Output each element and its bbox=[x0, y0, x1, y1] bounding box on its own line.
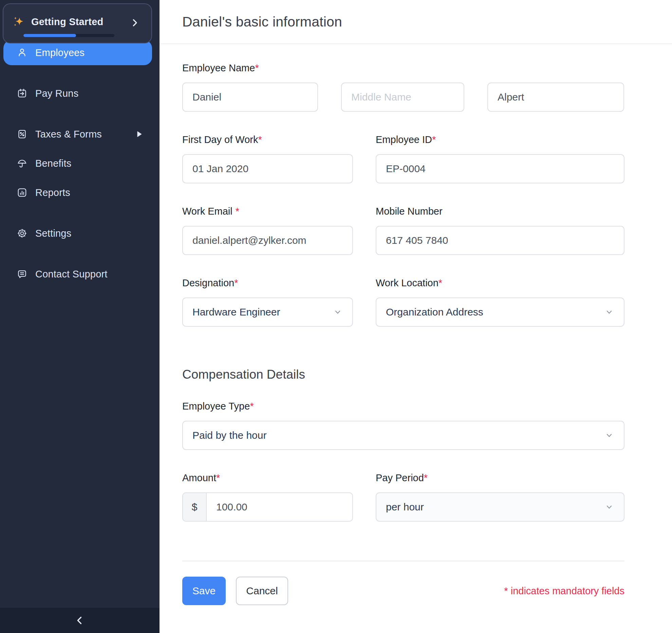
sidebar-item-label: Employees bbox=[35, 47, 85, 58]
employee-form: Employee Name* First Day of Work* Employ… bbox=[160, 44, 672, 605]
required-asterisk: * bbox=[258, 134, 262, 145]
sidebar-item-pay-runs[interactable]: Pay Runs bbox=[3, 81, 152, 106]
getting-started-progress bbox=[23, 34, 114, 37]
getting-started-label: Getting Started bbox=[31, 16, 103, 28]
form-actions: Save Cancel * indicates mandatory fields bbox=[182, 577, 624, 605]
sidebar-item-label: Reports bbox=[35, 187, 70, 198]
submenu-expand-arrow-icon bbox=[137, 131, 142, 137]
currency-symbol: $ bbox=[183, 493, 207, 521]
sidebar: Getting Started DashboardEmployeesPay Ru… bbox=[0, 0, 160, 633]
first-day-of-work-input[interactable] bbox=[182, 154, 353, 183]
employee-type-label: Employee Type* bbox=[182, 401, 624, 412]
pay-runs-calendar-icon bbox=[16, 88, 28, 99]
benefits-umbrella-icon bbox=[16, 158, 28, 169]
mobile-number-label: Mobile Number bbox=[376, 206, 624, 217]
chevron-left-icon bbox=[74, 615, 86, 626]
middle-name-input[interactable] bbox=[341, 83, 464, 112]
pay-period-label: Pay Period* bbox=[376, 472, 624, 484]
compensation-section-title: Compensation Details bbox=[182, 367, 624, 382]
main-content: Daniel's basic information Employee Name… bbox=[160, 0, 672, 633]
required-asterisk: * bbox=[250, 401, 254, 412]
contact-support-chat-icon bbox=[16, 268, 28, 280]
required-asterisk: * bbox=[424, 472, 428, 483]
sidebar-item-label: Taxes & Forms bbox=[35, 129, 102, 140]
sidebar-collapse-button[interactable] bbox=[0, 608, 160, 633]
page-header: Daniel's basic information bbox=[160, 0, 672, 44]
sidebar-item-label: Contact Support bbox=[35, 269, 108, 280]
work-location-label: Work Location* bbox=[376, 277, 624, 289]
employee-name-group: Employee Name* bbox=[182, 62, 624, 112]
chevron-down-icon bbox=[603, 501, 615, 513]
getting-started-card[interactable]: Getting Started bbox=[3, 3, 152, 43]
required-asterisk: * bbox=[432, 134, 436, 145]
sparkle-icon bbox=[12, 15, 26, 29]
employee-id-input[interactable] bbox=[376, 154, 624, 183]
pay-period-select[interactable]: per hour bbox=[376, 492, 624, 522]
first-name-input[interactable] bbox=[182, 83, 318, 112]
amount-input[interactable] bbox=[207, 493, 352, 521]
chevron-down-icon bbox=[332, 306, 343, 318]
required-asterisk: * bbox=[234, 277, 238, 288]
form-divider bbox=[182, 561, 624, 561]
required-asterisk: * bbox=[255, 62, 259, 73]
employee-name-label: Employee Name* bbox=[182, 62, 624, 74]
save-button[interactable]: Save bbox=[182, 577, 226, 605]
work-start-row: First Day of Work* Employee ID* bbox=[182, 134, 624, 183]
employees-person-icon bbox=[16, 47, 28, 58]
work-email-label: Work Email* bbox=[182, 206, 353, 217]
sidebar-item-label: Settings bbox=[35, 228, 71, 239]
sidebar-item-benefits[interactable]: Benefits bbox=[3, 151, 152, 176]
work-email-input[interactable] bbox=[182, 226, 353, 255]
chevron-down-icon bbox=[603, 306, 615, 318]
page-title: Daniel's basic information bbox=[182, 14, 342, 30]
chevron-right-icon bbox=[130, 18, 140, 29]
designation-label: Designation* bbox=[182, 277, 353, 289]
pay-row: Amount* $ Pay Period* per hour bbox=[182, 472, 624, 522]
mandatory-fields-note: * indicates mandatory fields bbox=[504, 585, 624, 597]
progress-fill bbox=[23, 34, 76, 37]
amount-label: Amount* bbox=[182, 472, 353, 484]
work-location-select[interactable]: Organization Address bbox=[376, 297, 624, 327]
last-name-input[interactable] bbox=[487, 83, 624, 112]
role-row: Designation* Hardware Engineer Work Loca… bbox=[182, 277, 624, 327]
sidebar-item-label: Pay Runs bbox=[35, 88, 78, 99]
sidebar-nav: DashboardEmployeesPay RunsTaxes & FormsB… bbox=[0, 11, 160, 287]
sidebar-item-contact-support[interactable]: Contact Support bbox=[3, 261, 152, 287]
employee-type-group: Employee Type* Paid by the hour bbox=[182, 401, 624, 450]
mobile-number-input[interactable] bbox=[376, 226, 624, 255]
required-asterisk: * bbox=[438, 277, 442, 288]
chevron-down-icon bbox=[603, 430, 615, 441]
reports-chart-icon bbox=[16, 187, 28, 198]
designation-select[interactable]: Hardware Engineer bbox=[182, 297, 353, 327]
employee-type-select[interactable]: Paid by the hour bbox=[182, 421, 624, 450]
cancel-button[interactable]: Cancel bbox=[236, 577, 288, 605]
required-asterisk: * bbox=[236, 206, 239, 217]
taxes-percent-icon bbox=[16, 128, 28, 140]
contact-row: Work Email* Mobile Number bbox=[182, 206, 624, 255]
required-asterisk: * bbox=[216, 472, 220, 483]
sidebar-item-settings[interactable]: Settings bbox=[3, 221, 152, 246]
sidebar-item-label: Benefits bbox=[35, 158, 71, 169]
employee-id-label: Employee ID* bbox=[376, 134, 624, 145]
sidebar-item-taxes-forms[interactable]: Taxes & Forms bbox=[3, 122, 152, 147]
settings-gear-icon bbox=[16, 228, 28, 239]
amount-field: $ bbox=[182, 492, 353, 522]
sidebar-item-employees[interactable]: Employees bbox=[3, 40, 152, 65]
sidebar-item-reports[interactable]: Reports bbox=[3, 180, 152, 205]
first-day-label: First Day of Work* bbox=[182, 134, 353, 145]
